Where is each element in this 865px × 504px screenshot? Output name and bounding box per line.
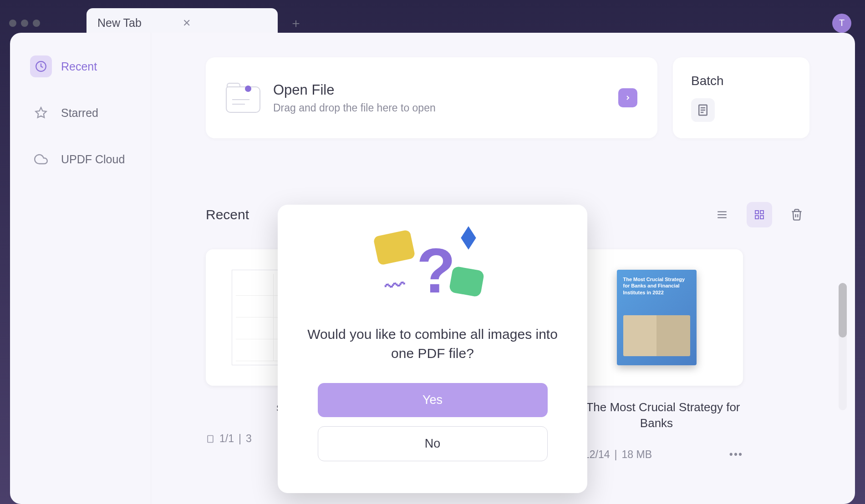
file-name: 12The Most Crucial Strategy for Banks xyxy=(570,399,743,431)
file-size: 3 xyxy=(246,433,252,445)
dialog-message: Would you like to combine all images int… xyxy=(302,325,563,363)
batch-title: Batch xyxy=(691,74,791,88)
file-pages: 12/14 xyxy=(584,449,610,461)
folder-icon xyxy=(226,83,260,113)
svg-rect-11 xyxy=(755,216,758,219)
squiggle-icon: 〰 xyxy=(384,273,407,299)
open-file-title: Open File xyxy=(273,82,606,98)
file-thumbnail: The Most Crucial Strategy for Banks and … xyxy=(570,249,743,386)
no-button[interactable]: No xyxy=(318,426,548,461)
open-file-text: Open File Drag and drop the file here to… xyxy=(273,82,606,114)
svg-rect-13 xyxy=(208,435,213,442)
sidebar-item-recent[interactable]: Recent xyxy=(24,50,137,83)
grid-view-button[interactable] xyxy=(747,202,772,227)
avatar-initial: T xyxy=(839,18,845,28)
question-mark-icon: ? xyxy=(417,234,456,307)
svg-rect-12 xyxy=(760,216,763,219)
sidebar-item-updf-cloud[interactable]: UPDF Cloud xyxy=(24,143,137,176)
combine-images-dialog: ? 〰 Would you like to combine all images… xyxy=(278,205,587,493)
svg-rect-9 xyxy=(755,211,758,214)
scrollbar-thumb[interactable] xyxy=(839,283,847,338)
sidebar: Recent Starred UPDF Cloud xyxy=(10,33,151,504)
chevron-right-icon[interactable] xyxy=(618,88,637,107)
dialog-illustration: ? 〰 xyxy=(373,229,492,307)
window-titlebar: New Tab ✕ ＋ T xyxy=(0,0,865,38)
scrollbar[interactable] xyxy=(839,283,847,410)
maximize-window-button[interactable] xyxy=(33,20,40,27)
open-file-card[interactable]: Open File Drag and drop the file here to… xyxy=(206,57,657,138)
sidebar-item-starred[interactable]: Starred xyxy=(24,96,137,129)
svg-rect-10 xyxy=(760,211,763,214)
file-card[interactable]: The Most Crucial Strategy for Banks and … xyxy=(570,249,743,461)
speech-bubble-icon xyxy=(373,229,416,266)
new-tab-button[interactable]: ＋ xyxy=(281,15,310,32)
batch-icon xyxy=(691,98,715,122)
batch-card[interactable]: Batch xyxy=(673,57,809,138)
section-title: Recent xyxy=(206,207,249,222)
yes-button[interactable]: Yes xyxy=(318,383,548,417)
file-pages: 1/1 xyxy=(219,433,234,445)
avatar[interactable]: T xyxy=(832,14,851,33)
close-tab-icon[interactable]: ✕ xyxy=(183,17,191,29)
file-size: 18 MB xyxy=(622,449,652,461)
minimize-window-button[interactable] xyxy=(21,20,28,27)
star-icon xyxy=(30,102,52,124)
cube-icon xyxy=(461,226,476,249)
clock-icon xyxy=(30,55,52,77)
sidebar-item-label: Starred xyxy=(61,106,98,120)
svg-marker-1 xyxy=(36,107,46,117)
document-icon xyxy=(206,434,215,444)
sidebar-item-label: Recent xyxy=(61,60,97,73)
cloud-icon xyxy=(30,148,52,170)
delete-button[interactable] xyxy=(784,202,809,227)
top-cards: Open File Drag and drop the file here to… xyxy=(206,57,809,138)
sidebar-item-label: UPDF Cloud xyxy=(61,153,125,166)
close-window-button[interactable] xyxy=(9,20,16,27)
thumbnail-cover-title: The Most Crucial Strategy for Banks and … xyxy=(623,276,690,296)
traffic-lights xyxy=(9,20,40,27)
list-view-button[interactable] xyxy=(709,202,735,227)
open-file-subtitle: Drag and drop the file here to open xyxy=(273,102,606,114)
speech-bubble-icon xyxy=(448,266,484,297)
file-meta: 12/14 | 18 MB ••• xyxy=(570,449,743,461)
more-options-icon[interactable]: ••• xyxy=(729,449,743,461)
view-controls xyxy=(709,202,809,227)
tab-title: New Tab xyxy=(97,16,142,30)
